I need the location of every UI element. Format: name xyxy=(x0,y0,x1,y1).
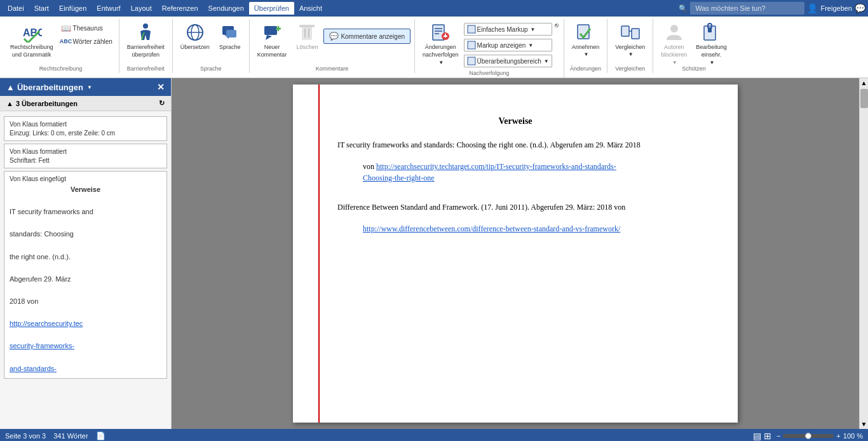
ueberarbeitungsbereich-arrow: ▼ xyxy=(544,58,549,64)
group-title-barrierefreiheit: Barrierefreiheit xyxy=(123,64,168,73)
sidebar-subheader: ▲ 3 Überarbeitungen ↻ xyxy=(0,96,171,111)
sidebar-link-2[interactable]: security-frameworks- xyxy=(10,342,74,349)
sidebar-collapse-icon[interactable]: ▲ xyxy=(6,83,15,92)
search-input[interactable] xyxy=(690,2,804,15)
group-title-sprache: Sprache xyxy=(177,64,245,73)
group-title-aenderungen: Änderungen xyxy=(568,64,604,73)
status-bar: Seite 3 von 3 341 Wörter 📄 ▤ ⊞ − + 100 % xyxy=(0,429,868,441)
scrollbar-thumb[interactable] xyxy=(860,89,868,108)
menu-item-ansicht[interactable]: Ansicht xyxy=(294,2,327,15)
zoom-in-button[interactable]: + xyxy=(836,432,840,440)
neuer-kommentar-button[interactable]: NeuerKommentar xyxy=(254,20,291,62)
group-title-rechtschreibung: Rechtschreibung xyxy=(6,64,115,73)
subheader-collapse-icon[interactable]: ▲ xyxy=(6,100,13,107)
kommentare-stack: 💬 Kommentare anzeigen xyxy=(323,20,410,44)
vergleichen-button[interactable]: Vergleichen ▼ xyxy=(611,20,649,62)
aenderungen-icon xyxy=(430,22,451,43)
svg-marker-9 xyxy=(266,35,272,40)
revision-count: 3 Überarbeitungen xyxy=(16,100,78,107)
svg-rect-23 xyxy=(468,25,475,33)
uebersetzen-button[interactable]: Übersetzen xyxy=(177,20,214,62)
sprache-icon xyxy=(220,22,240,43)
rechtschreibung-button[interactable]: ABC Rechtschreibungund Grammatik xyxy=(6,20,57,62)
woerter-zaehlen-button[interactable]: ABC Wörter zählen xyxy=(58,35,115,48)
menu-item-entwurf[interactable]: Entwurf xyxy=(92,2,125,15)
revision-author-1: Von Klaus formatiert xyxy=(10,121,161,128)
menu-item-start[interactable]: Start xyxy=(29,2,54,15)
ribbon-group-vergleichen: Vergleichen ▼ Vergleichen xyxy=(607,19,653,73)
sidebar-dropdown-icon[interactable]: ▼ xyxy=(87,85,92,90)
thesaurus-button[interactable]: 📖 Thesaurus xyxy=(58,22,115,34)
barrierefreiheit-button[interactable]: Barrierefreiheitüberprüfen xyxy=(123,20,168,62)
ribbon-buttons-schuetzen: Autorenblockieren ▼ Bearbeitungeinsehr. … xyxy=(657,20,731,64)
revision-detail-1: Einzug: Links: 0 cm, erste Zeile: 0 cm xyxy=(10,130,161,137)
nachverfolgung-expand[interactable]: ⎋ xyxy=(553,20,560,30)
doc-link-1b[interactable]: Choosing-the-right-one xyxy=(363,173,435,182)
sidebar-link-3[interactable]: and-standards- xyxy=(10,365,57,372)
ribbon-buttons-vergleichen: Vergleichen ▼ xyxy=(611,20,649,64)
zoom-level: 100 % xyxy=(843,432,863,440)
zoom-handle[interactable] xyxy=(805,433,811,439)
ribbon-group-schuetzen: Autorenblockieren ▼ Bearbeitungeinsehr. … xyxy=(653,19,735,73)
ribbon-buttons-aenderungen: Annehmen ▼ xyxy=(568,20,604,64)
revision-author-2: Von Klaus formatiert xyxy=(10,148,161,155)
loeschen-button[interactable]: Löschen xyxy=(292,20,322,62)
autoren-label: Autorenblockieren xyxy=(661,44,687,58)
ribbon: ABC Rechtschreibungund Grammatik 📖 Thesa… xyxy=(0,17,868,78)
ribbon-buttons-rechtschreibung: ABC Rechtschreibungund Grammatik 📖 Thesa… xyxy=(6,20,115,64)
sidebar-close-button[interactable]: ✕ xyxy=(157,82,165,92)
vergleichen-icon xyxy=(620,22,641,43)
autoren-icon xyxy=(664,22,684,43)
aenderungen-nachverfolgen-button[interactable]: Änderungennachverfolgen ▼ xyxy=(419,20,463,62)
doc-heading: Verweise xyxy=(337,116,693,126)
sidebar-link[interactable]: http://searchsecurity.tec xyxy=(10,320,83,327)
menu-item-ueberpruefen[interactable]: Überprüfen xyxy=(249,2,294,15)
vergleichen-arrow: ▼ xyxy=(628,51,634,57)
revision-item-1: Von Klaus formatiert Einzug: Links: 0 cm… xyxy=(4,116,167,141)
uebersetzen-icon xyxy=(185,22,205,43)
comment-icon[interactable]: 💬 xyxy=(855,3,865,13)
sidebar-title: Überarbeitungen xyxy=(17,83,83,92)
barrierefreiheit-icon xyxy=(135,22,156,43)
rechtschreibung-label: Rechtschreibungund Grammatik xyxy=(10,44,53,58)
ueberarbeitungsbereich-dropdown[interactable]: Überarbeitungsbereich ▼ xyxy=(464,55,552,67)
doc-link-1[interactable]: http://searchsecurity.techtarget.com/tip… xyxy=(376,162,616,171)
view-web-icon[interactable]: ⊞ xyxy=(764,431,771,441)
annehmen-button[interactable]: Annehmen ▼ xyxy=(568,20,604,62)
menu-item-sendungen[interactable]: Sendungen xyxy=(203,2,249,15)
kommentare-anzeigen-button[interactable]: 💬 Kommentare anzeigen xyxy=(323,29,410,44)
loeschen-label: Löschen xyxy=(296,44,318,50)
zoom-out-button[interactable]: − xyxy=(776,432,780,440)
scrollbar-right[interactable]: ▲ ▼ xyxy=(859,78,868,429)
small-stack-rechts: 📖 Thesaurus ABC Wörter zählen xyxy=(58,20,115,48)
doc-link-2[interactable]: http://www.differencebetween.com/differe… xyxy=(363,224,620,233)
word-count: 341 Wörter xyxy=(53,432,88,440)
group-title-vergleichen: Vergleichen xyxy=(611,64,649,73)
doc-para-2: Difference Between Standard and Framewor… xyxy=(337,201,693,213)
svg-point-30 xyxy=(670,25,678,32)
loeschen-icon xyxy=(297,22,317,43)
sprache-button[interactable]: Sprache xyxy=(215,20,245,62)
svg-rect-13 xyxy=(299,25,315,27)
markup-anzeigen-dropdown[interactable]: Markup anzeigen ▼ xyxy=(464,39,552,51)
bearbeitung-button[interactable]: Bearbeitungeinsehr. ▼ xyxy=(692,20,731,62)
sidebar-header: ▲ Überarbeitungen ▼ ✕ xyxy=(0,78,171,96)
revision-detail-2: Schriftart: Fett xyxy=(10,157,161,164)
refresh-icon[interactable]: ↻ xyxy=(159,99,165,107)
scroll-up-button[interactable]: ▲ xyxy=(860,78,868,88)
svg-rect-28 xyxy=(632,29,639,39)
annehmen-arrow: ▼ xyxy=(583,51,588,57)
proofing-icon[interactable]: 📄 xyxy=(96,431,105,440)
ribbon-group-aenderungen: Annehmen ▼ Änderungen xyxy=(564,19,608,73)
freigeben-button[interactable]: Freigeben xyxy=(820,4,852,12)
menu-item-einfuegen[interactable]: Einfügen xyxy=(54,2,92,15)
autoren-button[interactable]: Autorenblockieren ▼ xyxy=(657,20,691,62)
group-title-schuetzen: Schützen xyxy=(657,64,731,73)
einfaches-markup-dropdown[interactable]: Einfaches Markup ▼ xyxy=(464,23,552,36)
menu-item-layout[interactable]: Layout xyxy=(126,2,157,15)
menu-item-datei[interactable]: Datei xyxy=(3,2,29,15)
menu-item-referenzen[interactable]: Referenzen xyxy=(157,2,203,15)
view-print-icon[interactable]: ▤ xyxy=(753,431,761,441)
zoom-slider[interactable] xyxy=(783,434,834,438)
scroll-down-button[interactable]: ▼ xyxy=(860,419,868,429)
